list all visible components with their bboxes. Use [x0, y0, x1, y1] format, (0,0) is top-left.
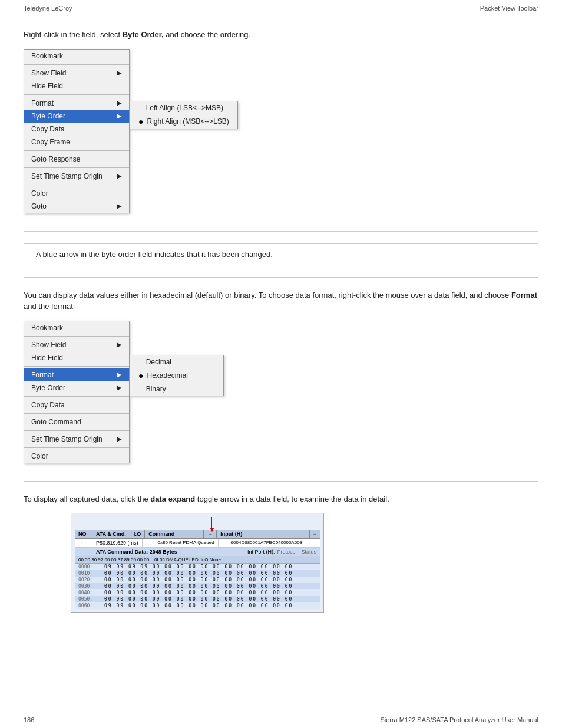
divider-1: [24, 231, 538, 232]
menu-item-color[interactable]: Color: [24, 187, 129, 200]
row-io: [143, 539, 154, 547]
data-row: 0030: 00 00 00 00 00 00 00 00 00 00 00 0…: [75, 583, 320, 589]
submenu-wrapper-2: Decimal ● Hexadecimal Binary: [130, 321, 224, 396]
menu-item-hide-field[interactable]: Hide Field: [24, 80, 129, 93]
protocol-label: Protocol: [277, 549, 296, 555]
page-content: Right-click in the field, select Byte Or…: [0, 17, 562, 666]
data-row: 0000: 09 09 09 09 00 00 00 00 00 00 00 0…: [75, 564, 320, 570]
row-input: 6004D680001A7FBC040000A008: [227, 539, 320, 547]
menu-item-goto[interactable]: Goto ▶: [24, 200, 129, 213]
header-right: Packet View Toolbar: [480, 5, 538, 12]
row-cmd: 0x80 Reset PDMA Queued: [154, 539, 219, 547]
col-no: NO: [75, 530, 92, 538]
bullet-icon: ●: [138, 371, 143, 380]
page-header: Teledyne LeCroy Packet View Toolbar: [0, 0, 562, 17]
arrow-icon: ▶: [117, 113, 122, 119]
col-arrow2: →: [310, 530, 320, 538]
divider-2: [24, 277, 538, 278]
row-time: P50.819.629 (ms): [92, 539, 143, 547]
data-row: 0050: 00 00 00 00 00 00 00 00 00 00 00 0…: [75, 596, 320, 602]
header-left: Teledyne LeCroy: [24, 5, 72, 12]
data-row: 0020: 00 00 00 00 00 00 00 00 00 00 00 0…: [75, 577, 320, 583]
submenu-1: Left Align (LSB<-->MSB) ● Right Align (M…: [130, 101, 238, 129]
section-format: You can display data values either in he…: [24, 289, 538, 463]
port-label: Int Port (H):: [247, 549, 275, 555]
col-io: I:O: [130, 530, 146, 538]
menu-item-bookmark[interactable]: Bookmark: [24, 50, 129, 62]
context-menu-2: Bookmark Show Field ▶ Hide Field Format …: [24, 321, 130, 463]
arrow-icon: ▶: [117, 371, 122, 378]
status-label: Status: [301, 549, 316, 555]
data-row: 0060: 09 09 00 00 00 00 00 00 00 00 00 0…: [75, 602, 320, 609]
menu-item-byte-order-2[interactable]: Byte Order ▶: [24, 381, 129, 394]
section2-text: You can display data values either in he…: [24, 289, 538, 312]
data-rows: 0000: 09 09 09 09 00 00 00 00 00 00 00 0…: [75, 564, 320, 609]
menu-separator: [24, 150, 129, 151]
menu-separator: [24, 447, 129, 448]
menu-separator: [24, 413, 129, 414]
menu-item-copy-data-2[interactable]: Copy Data: [24, 398, 129, 411]
section-data-expand: To display all captured data, click the …: [24, 493, 538, 614]
section1-text: Right-click in the field, select Byte Or…: [24, 29, 538, 41]
menu-item-format[interactable]: Format ▶: [24, 97, 129, 110]
data-row: 0010: 00 00 00 00 00 00 00 00 00 00 00 0…: [75, 570, 320, 577]
menu-separator: [24, 94, 129, 95]
menu-item-goto-response[interactable]: Goto Response: [24, 153, 129, 166]
arrow-icon: ▶: [117, 100, 122, 106]
menu-item-copy-frame[interactable]: Copy Frame: [24, 136, 129, 149]
offset-header: 00:00:30.92 00:00:37.89 00:00:00 ...: [78, 557, 154, 562]
menu-item-bookmark-2[interactable]: Bookmark: [24, 321, 129, 334]
arrow-icon: ▶: [117, 436, 122, 442]
menu-separator: [24, 167, 129, 168]
context-menu-wrapper-2: Bookmark Show Field ▶ Hide Field Format …: [24, 321, 538, 463]
status-val: 0I:05 DMA-QUEUED: [154, 557, 199, 562]
menu-item-color-2[interactable]: Color: [24, 450, 129, 463]
menu-item-show-field[interactable]: Show Field ▶: [24, 67, 129, 80]
submenu-2: Decimal ● Hexadecimal Binary: [130, 355, 224, 396]
inout-val: InO None: [201, 557, 221, 562]
submenu-item-decimal[interactable]: Decimal: [130, 355, 223, 368]
arrow-icon: ▶: [117, 203, 122, 209]
submenu-item-left-align[interactable]: Left Align (LSB<-->MSB): [130, 101, 237, 114]
submenu-item-binary[interactable]: Binary: [130, 383, 223, 396]
menu-item-set-time-stamp[interactable]: Set Time Stamp Origin ▶: [24, 170, 129, 183]
arrow-icon: ▶: [117, 384, 122, 391]
col-input: Input (H): [217, 530, 310, 538]
menu-separator: [24, 396, 129, 397]
arrow-icon: ▶: [117, 70, 122, 76]
submenu-item-right-align[interactable]: ● Right Align (MSB<-->LSB): [130, 114, 237, 129]
menu-item-hide-field-2[interactable]: Hide Field: [24, 351, 129, 364]
arrow-icon: ▶: [117, 173, 122, 179]
submenu-item-hexadecimal[interactable]: ● Hexadecimal: [130, 368, 223, 383]
expand-indent: [78, 549, 96, 555]
menu-item-set-time-stamp-2[interactable]: Set Time Stamp Origin ▶: [24, 433, 129, 446]
row-arrow2: [219, 539, 227, 547]
footer-left: 186: [24, 716, 34, 723]
info-box: A blue arrow in the byte order field ind…: [24, 243, 538, 265]
menu-separator: [24, 336, 129, 337]
submenu-wrapper-1: Left Align (LSB<-->MSB) ● Right Align (M…: [130, 49, 238, 129]
menu-item-copy-data[interactable]: Copy Data: [24, 123, 129, 136]
data-row: 0040: 00 00 00 00 00 00 00 00 00 00 00 0…: [75, 589, 320, 596]
menu-item-format-2[interactable]: Format ▶: [24, 368, 129, 381]
context-menu-1: Bookmark Show Field ▶ Hide Field Format …: [24, 49, 130, 213]
menu-separator: [24, 366, 129, 367]
col-ata: ATA & Cmd.: [92, 530, 130, 538]
menu-separator: [24, 64, 129, 65]
menu-item-show-field-2[interactable]: Show Field ▶: [24, 338, 129, 351]
bullet-icon: ●: [138, 117, 143, 126]
screenshot-mockup: ▼ NO ATA & Cmd. I:O Command → Input (H) …: [71, 513, 324, 613]
page-footer: 186 Sierra M122 SAS/SATA Protocol Analyz…: [0, 711, 562, 728]
divider-3: [24, 481, 538, 482]
menu-separator: [24, 430, 129, 431]
row-arrow: →: [75, 539, 92, 547]
arrow-icon: ▶: [117, 341, 122, 348]
menu-separator: [24, 185, 129, 185]
context-menu-wrapper-1: Bookmark Show Field ▶ Hide Field Format …: [24, 49, 538, 213]
col-command: Command: [145, 530, 204, 538]
section3-text: To display all captured data, click the …: [24, 493, 538, 505]
menu-item-byte-order[interactable]: Byte Order ▶: [24, 110, 129, 123]
menu-item-goto-command[interactable]: Goto Command: [24, 416, 129, 429]
expand-label: ATA Command Data: 2048 Bytes: [96, 549, 247, 555]
footer-right: Sierra M122 SAS/SATA Protocol Analyzer U…: [380, 716, 538, 723]
